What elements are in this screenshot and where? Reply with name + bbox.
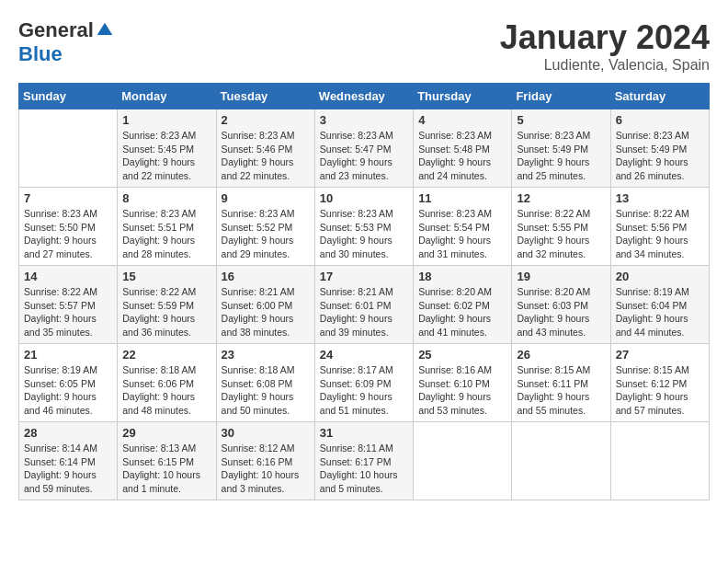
calendar-cell (512, 422, 610, 500)
calendar-cell: 10Sunrise: 8:23 AM Sunset: 5:53 PM Dayli… (314, 188, 413, 266)
day-number: 29 (122, 426, 210, 440)
day-number: 26 (517, 348, 605, 362)
day-info: Sunrise: 8:22 AM Sunset: 5:59 PM Dayligh… (122, 285, 210, 339)
day-info: Sunrise: 8:23 AM Sunset: 5:50 PM Dayligh… (24, 207, 112, 261)
day-info: Sunrise: 8:20 AM Sunset: 6:03 PM Dayligh… (517, 285, 605, 339)
calendar-cell: 23Sunrise: 8:18 AM Sunset: 6:08 PM Dayli… (216, 344, 314, 422)
calendar-week-row: 1Sunrise: 8:23 AM Sunset: 5:45 PM Daylig… (19, 109, 710, 188)
day-number: 30 (222, 426, 310, 440)
calendar-cell: 17Sunrise: 8:21 AM Sunset: 6:01 PM Dayli… (314, 266, 413, 344)
calendar-cell: 6Sunrise: 8:23 AM Sunset: 5:49 PM Daylig… (610, 109, 709, 188)
day-info: Sunrise: 8:23 AM Sunset: 5:52 PM Dayligh… (222, 207, 310, 261)
day-number: 16 (222, 270, 310, 283)
main-title: January 2024 (500, 18, 710, 57)
calendar-cell: 19Sunrise: 8:20 AM Sunset: 6:03 PM Dayli… (512, 266, 610, 344)
day-number: 11 (418, 191, 506, 205)
calendar-cell: 14Sunrise: 8:22 AM Sunset: 5:57 PM Dayli… (19, 266, 118, 344)
header-thursday: Thursday (414, 84, 512, 109)
calendar-cell: 18Sunrise: 8:20 AM Sunset: 6:02 PM Dayli… (414, 266, 512, 344)
day-info: Sunrise: 8:22 AM Sunset: 5:57 PM Dayligh… (24, 285, 112, 339)
day-number: 9 (222, 191, 310, 205)
header-tuesday: Tuesday (216, 84, 314, 109)
day-info: Sunrise: 8:23 AM Sunset: 5:51 PM Dayligh… (122, 207, 210, 261)
calendar-cell: 4Sunrise: 8:23 AM Sunset: 5:48 PM Daylig… (414, 109, 512, 188)
calendar-cell: 13Sunrise: 8:22 AM Sunset: 5:56 PM Dayli… (610, 188, 709, 266)
calendar-week-row: 14Sunrise: 8:22 AM Sunset: 5:57 PM Dayli… (19, 266, 710, 344)
day-info: Sunrise: 8:20 AM Sunset: 6:02 PM Dayligh… (418, 285, 506, 339)
day-number: 24 (320, 348, 408, 362)
day-number: 18 (418, 270, 506, 283)
logo: General Blue (18, 18, 114, 66)
calendar-cell: 1Sunrise: 8:23 AM Sunset: 5:45 PM Daylig… (118, 109, 216, 188)
calendar-cell: 22Sunrise: 8:18 AM Sunset: 6:06 PM Dayli… (118, 344, 216, 422)
day-number: 20 (616, 270, 704, 283)
header-saturday: Saturday (610, 84, 709, 109)
day-number: 2 (222, 113, 310, 127)
calendar-cell: 11Sunrise: 8:23 AM Sunset: 5:54 PM Dayli… (414, 188, 512, 266)
day-info: Sunrise: 8:13 AM Sunset: 6:15 PM Dayligh… (122, 442, 210, 496)
header-monday: Monday (118, 84, 216, 109)
day-info: Sunrise: 8:21 AM Sunset: 6:01 PM Dayligh… (320, 285, 408, 339)
calendar-cell: 30Sunrise: 8:12 AM Sunset: 6:16 PM Dayli… (216, 422, 314, 500)
day-number: 27 (616, 348, 704, 362)
day-number: 19 (517, 270, 605, 283)
day-number: 6 (616, 113, 704, 127)
calendar-week-row: 7Sunrise: 8:23 AM Sunset: 5:50 PM Daylig… (19, 188, 710, 266)
calendar-cell: 12Sunrise: 8:22 AM Sunset: 5:55 PM Dayli… (512, 188, 610, 266)
calendar-cell: 16Sunrise: 8:21 AM Sunset: 6:00 PM Dayli… (216, 266, 314, 344)
calendar-cell: 2Sunrise: 8:23 AM Sunset: 5:46 PM Daylig… (216, 109, 314, 188)
calendar-cell: 3Sunrise: 8:23 AM Sunset: 5:47 PM Daylig… (314, 109, 413, 188)
day-info: Sunrise: 8:22 AM Sunset: 5:55 PM Dayligh… (517, 207, 605, 261)
calendar-week-row: 28Sunrise: 8:14 AM Sunset: 6:14 PM Dayli… (19, 422, 710, 500)
calendar-week-row: 21Sunrise: 8:19 AM Sunset: 6:05 PM Dayli… (19, 344, 710, 422)
calendar-cell: 31Sunrise: 8:11 AM Sunset: 6:17 PM Dayli… (314, 422, 413, 500)
day-info: Sunrise: 8:22 AM Sunset: 5:56 PM Dayligh… (616, 207, 704, 261)
day-number: 3 (320, 113, 408, 127)
day-info: Sunrise: 8:19 AM Sunset: 6:05 PM Dayligh… (24, 363, 112, 418)
day-number: 7 (24, 191, 112, 205)
day-number: 28 (24, 426, 112, 440)
day-number: 8 (122, 191, 210, 205)
title-section: January 2024 Ludiente, Valencia, Spain (500, 18, 710, 74)
logo-icon (96, 21, 114, 40)
day-number: 5 (517, 113, 605, 127)
day-info: Sunrise: 8:16 AM Sunset: 6:10 PM Dayligh… (418, 363, 506, 418)
day-number: 10 (320, 191, 408, 205)
day-info: Sunrise: 8:23 AM Sunset: 5:49 PM Dayligh… (616, 129, 704, 183)
day-number: 17 (320, 270, 408, 283)
calendar-cell: 29Sunrise: 8:13 AM Sunset: 6:15 PM Dayli… (118, 422, 216, 500)
day-number: 21 (24, 348, 112, 362)
calendar-cell: 24Sunrise: 8:17 AM Sunset: 6:09 PM Dayli… (314, 344, 413, 422)
day-number: 25 (418, 348, 506, 362)
logo-general-text: General (18, 18, 94, 42)
day-info: Sunrise: 8:23 AM Sunset: 5:46 PM Dayligh… (222, 129, 310, 183)
subtitle: Ludiente, Valencia, Spain (500, 57, 710, 74)
day-info: Sunrise: 8:12 AM Sunset: 6:16 PM Dayligh… (222, 442, 310, 496)
day-info: Sunrise: 8:21 AM Sunset: 6:00 PM Dayligh… (222, 285, 310, 339)
calendar-cell: 8Sunrise: 8:23 AM Sunset: 5:51 PM Daylig… (118, 188, 216, 266)
header-sunday: Sunday (19, 84, 118, 109)
calendar-header-row: SundayMondayTuesdayWednesdayThursdayFrid… (19, 84, 710, 109)
day-number: 15 (122, 270, 210, 283)
day-info: Sunrise: 8:23 AM Sunset: 5:54 PM Dayligh… (418, 207, 506, 261)
calendar-cell (19, 109, 118, 188)
day-info: Sunrise: 8:23 AM Sunset: 5:49 PM Dayligh… (517, 129, 605, 183)
day-info: Sunrise: 8:15 AM Sunset: 6:11 PM Dayligh… (517, 363, 605, 418)
calendar-cell: 27Sunrise: 8:15 AM Sunset: 6:12 PM Dayli… (610, 344, 709, 422)
calendar-cell: 15Sunrise: 8:22 AM Sunset: 5:59 PM Dayli… (118, 266, 216, 344)
day-info: Sunrise: 8:11 AM Sunset: 6:17 PM Dayligh… (320, 442, 408, 496)
day-info: Sunrise: 8:14 AM Sunset: 6:14 PM Dayligh… (24, 442, 112, 496)
calendar-cell (610, 422, 709, 500)
header-friday: Friday (512, 84, 610, 109)
day-info: Sunrise: 8:19 AM Sunset: 6:04 PM Dayligh… (616, 285, 704, 339)
calendar-cell: 20Sunrise: 8:19 AM Sunset: 6:04 PM Dayli… (610, 266, 709, 344)
calendar-cell: 26Sunrise: 8:15 AM Sunset: 6:11 PM Dayli… (512, 344, 610, 422)
day-info: Sunrise: 8:23 AM Sunset: 5:45 PM Dayligh… (122, 129, 210, 183)
day-info: Sunrise: 8:18 AM Sunset: 6:06 PM Dayligh… (122, 363, 210, 418)
calendar-cell: 28Sunrise: 8:14 AM Sunset: 6:14 PM Dayli… (19, 422, 118, 500)
logo-blue-text: Blue (18, 42, 63, 66)
calendar-cell: 9Sunrise: 8:23 AM Sunset: 5:52 PM Daylig… (216, 188, 314, 266)
day-number: 12 (517, 191, 605, 205)
day-number: 1 (122, 113, 210, 127)
calendar-cell: 7Sunrise: 8:23 AM Sunset: 5:50 PM Daylig… (19, 188, 118, 266)
